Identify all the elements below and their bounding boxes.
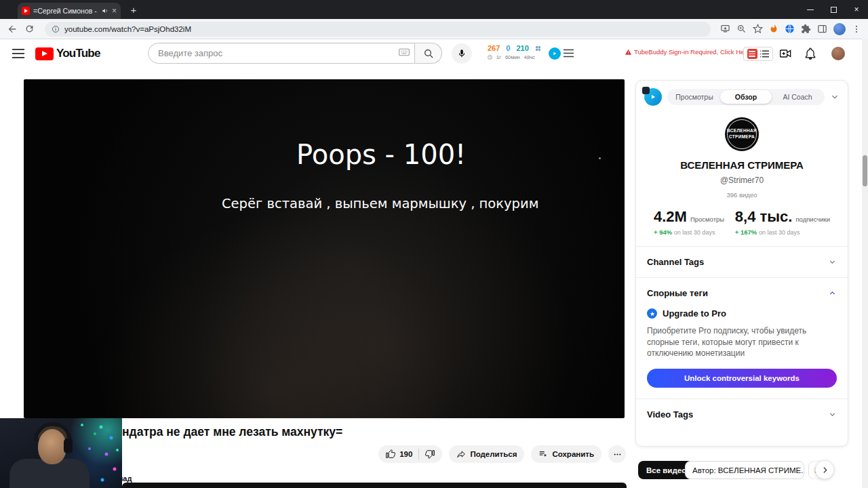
fire-extension-icon[interactable]: [769, 24, 778, 34]
avatar-text-line2: СТРИМЕРА: [729, 134, 755, 140]
youtube-header: YouTube 267 0 210 1г 60мин: [0, 40, 868, 68]
streamer-webcam-overlay: [0, 418, 122, 488]
pill-divider: [418, 449, 419, 460]
vidiq-time-1: 1г: [496, 54, 501, 60]
tubebuddy-toolbar[interactable]: [743, 47, 773, 61]
search-form: [148, 43, 442, 64]
browser-tab[interactable]: =Сергей Симонов - Онда ×: [18, 3, 121, 19]
minimize-button[interactable]: [799, 0, 822, 19]
site-info-icon[interactable]: [52, 25, 60, 33]
tubebuddy-icon: [747, 49, 757, 59]
vidiq-tabs: Просмотры Обзор AI Coach: [667, 89, 825, 105]
browser-navbar: youtube.com/watch?v=aPsjOhd32iM: [0, 19, 868, 39]
vidiq-stat-likes: 210: [516, 44, 528, 52]
upgrade-pro-title: Upgrade to Pro: [663, 308, 726, 319]
browser-titlebar: =Сергей Симонов - Онда × + ×: [0, 0, 868, 19]
notifications-bell-icon[interactable]: [804, 47, 817, 60]
upgrade-pro-block: Upgrade to Pro Приобретите Pro подписку,…: [636, 308, 848, 397]
channel-avatar[interactable]: ВСЕЛЕННАЯ СТРИМЕРА: [725, 117, 759, 151]
video-tags-label: Video Tags: [647, 409, 693, 420]
unlock-keywords-button[interactable]: Unlock controversial keywords: [647, 369, 837, 388]
vidiq-logo-icon[interactable]: [644, 88, 662, 106]
bookmark-star-icon[interactable]: [753, 24, 763, 34]
voice-search-button[interactable]: [452, 43, 472, 64]
search-input[interactable]: [148, 43, 415, 64]
panel-collapse-icon[interactable]: [830, 92, 840, 102]
controversial-tags-section[interactable]: Спорные теги: [636, 278, 848, 308]
back-icon[interactable]: [7, 24, 18, 35]
views-delta: + 94%: [654, 228, 672, 236]
video-tags-section[interactable]: Video Tags: [636, 399, 848, 430]
video-title: ндатра не дает мне лезать махнутку=: [122, 425, 342, 439]
vidiq-time-3: 48чс: [524, 54, 535, 60]
more-actions-button[interactable]: [608, 445, 626, 463]
channel-name: ВСЕЛЕННАЯ СТРИМЕРА: [636, 159, 848, 171]
speaker-icon[interactable]: [102, 7, 108, 14]
tubebuddy-warning[interactable]: TubeBuddy Sign-in Required, Click Here: [625, 48, 750, 56]
description-bar[interactable]: [122, 483, 627, 488]
video-actions: 190 Поделиться Сохранить: [378, 445, 626, 463]
chips-next-button[interactable]: [815, 460, 834, 479]
page-scrollbar[interactable]: [862, 39, 868, 488]
zoom-icon[interactable]: [736, 24, 747, 34]
guide-menu-icon[interactable]: [12, 49, 24, 58]
window-close-button[interactable]: ×: [845, 0, 868, 19]
grid-icon: [535, 45, 541, 52]
tab-close-icon[interactable]: ×: [112, 7, 117, 15]
globe-extension-icon[interactable]: [785, 24, 795, 34]
scrollbar-thumb[interactable]: [863, 155, 867, 186]
search-button[interactable]: [415, 43, 442, 64]
headphones-earcup: [64, 439, 73, 453]
side-panel-icon[interactable]: [817, 24, 827, 34]
channel-tags-section[interactable]: Channel Tags: [636, 247, 848, 277]
vidiq-stat-comments: 0: [506, 44, 510, 52]
thumb-up-icon: [386, 449, 395, 459]
reload-icon[interactable]: [24, 24, 35, 35]
vidiq-menu-icon[interactable]: [564, 49, 574, 58]
channel-tags-label: Channel Tags: [647, 257, 704, 267]
chip-author[interactable]: Автор: ВСЕЛЕННАЯ СТРИМЕ...: [685, 461, 804, 479]
share-label: Поделиться: [470, 450, 517, 458]
browser-profile-avatar[interactable]: [833, 23, 846, 35]
youtube-logo-icon: [35, 47, 54, 60]
chevron-down-icon: [828, 258, 837, 266]
create-video-icon[interactable]: [778, 47, 793, 60]
tab-overview[interactable]: Обзор: [720, 90, 772, 104]
channel-video-count: 396 видео: [636, 191, 848, 199]
youtube-logo-text: YouTube: [56, 47, 100, 60]
youtube-profile-avatar[interactable]: [831, 47, 845, 60]
browser-extensions: [720, 23, 861, 35]
share-button[interactable]: Поделиться: [449, 445, 524, 463]
extensions-puzzle-icon[interactable]: [801, 24, 811, 34]
keyboard-icon[interactable]: [399, 48, 410, 56]
save-button[interactable]: Сохранить: [531, 445, 601, 463]
video-overlay-title: Poops - 100!: [296, 139, 466, 170]
dislike-button[interactable]: [425, 449, 435, 459]
channel-stats: 4.2M Просмотры + 94% on last 30 days 8,4…: [636, 208, 848, 236]
chevron-down-icon: [828, 410, 837, 419]
channel-handle: @Strimer70: [636, 176, 848, 185]
clock-icon: [488, 55, 492, 60]
browser-menu-icon[interactable]: [852, 24, 861, 34]
youtube-favicon-icon: [22, 7, 30, 15]
like-dislike-pill: 190: [378, 445, 442, 463]
video-overlay-subtitle: Серёг вставай , выпьем мармышку , покури…: [222, 196, 538, 211]
chevron-up-icon: [828, 289, 837, 298]
vidiq-extension-icon[interactable]: [549, 47, 561, 60]
tab-ai-coach[interactable]: AI Coach: [772, 90, 823, 104]
vidiq-header-stats: 267 0 210 1г 60мин 48чс: [488, 44, 546, 60]
youtube-logo[interactable]: YouTube: [35, 47, 100, 60]
led-lights: [0, 418, 1, 420]
vidiq-stat-views: 267: [488, 44, 500, 52]
maximize-button[interactable]: [822, 0, 845, 19]
tab-views[interactable]: Просмотры: [669, 90, 720, 104]
tubebuddy-warning-text: TubeBuddy Sign-in Required, Click Here: [634, 48, 750, 56]
views-stat: 4.2M Просмотры + 94% on last 30 days: [654, 208, 724, 236]
save-playlist-icon: [538, 449, 548, 459]
warning-icon: [625, 49, 632, 56]
save-page-icon[interactable]: [720, 24, 730, 34]
like-button[interactable]: 190: [386, 449, 412, 459]
video-player[interactable]: Poops - 100! Серёг вставай , выпьем марм…: [24, 79, 625, 418]
address-bar[interactable]: youtube.com/watch?v=aPsjOhd32iM: [45, 22, 711, 37]
new-tab-button[interactable]: +: [127, 3, 140, 16]
